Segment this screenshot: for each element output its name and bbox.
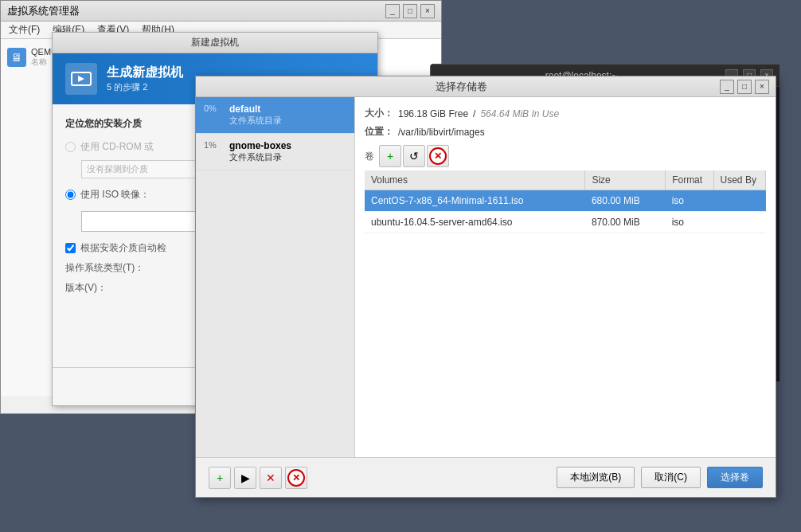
volume-size-0: 680.00 MiB	[585, 190, 666, 212]
delete-volume-button[interactable]: ✕	[427, 145, 449, 167]
maximize-button[interactable]: □	[403, 4, 417, 18]
add-volume-button[interactable]: +	[379, 145, 401, 167]
storage-content: 0% default 文件系统目录 1% gnome-boxes 文件系统目录 …	[196, 97, 776, 457]
volume-usedby-0	[713, 190, 765, 212]
storage-dialog: 选择存储卷 _ □ × 0% default 文件系统目录 1% gnome-b…	[195, 76, 776, 498]
volume-size-1: 870.00 MiB	[585, 212, 666, 233]
wizard-header-title: 生成新虚拟机	[107, 65, 183, 81]
volume-format-1: iso	[666, 212, 713, 233]
pool-name-default: default	[229, 104, 346, 115]
volume-table: Volumes Size Format Used By CentOS-7-x86…	[365, 170, 766, 233]
pool-info-gnome-boxes: gnome-boxes 文件系统目录	[229, 140, 346, 163]
vbox-controls: _ □ ×	[385, 4, 435, 18]
pool-type-gnome-boxes: 文件系统目录	[229, 151, 346, 163]
vbox-titlebar: 虚拟系统管理器 _ □ ×	[1, 1, 441, 22]
cancel-icon: ✕	[287, 469, 305, 487]
storage-titlebar: 选择存储卷 _ □ ×	[196, 76, 776, 97]
storage-maximize[interactable]: □	[737, 80, 752, 94]
size-info-row: 大小： 196.18 GiB Free / 564.64 MiB In Use	[365, 107, 766, 120]
location-info-row: 位置： /var/lib/libvirt/images	[365, 125, 766, 139]
location-label: 位置：	[365, 125, 393, 139]
volume-usedby-1	[713, 212, 765, 233]
pool-name-gnome-boxes: gnome-boxes	[229, 140, 346, 151]
choose-button[interactable]: 选择卷	[707, 467, 763, 488]
wizard-header-icon	[65, 63, 97, 95]
pool-percent-1: 1%	[204, 140, 223, 150]
wizard-header-info: 生成新虚拟机 5 的步骤 2	[107, 65, 183, 93]
footer-forward-button[interactable]: ▶	[234, 467, 256, 489]
volume-table-header: Volumes Size Format Used By	[365, 170, 766, 190]
vm-icon: 🖥	[7, 48, 26, 67]
pool-type-default: 文件系统目录	[229, 115, 346, 127]
wizard-header-step: 5 的步骤 2	[107, 81, 183, 93]
table-row[interactable]: CentOS-7-x86_64-Minimal-1611.iso 680.00 …	[365, 190, 766, 212]
storage-footer: + ▶ ✕ ✕ 本地浏览(B) 取消(C) 选择卷	[196, 457, 776, 497]
size-free: 196.18 GiB Free	[398, 108, 468, 119]
footer-delete-button[interactable]: ✕	[260, 467, 282, 489]
refresh-volume-button[interactable]: ↺	[403, 145, 425, 167]
footer-add-button[interactable]: +	[209, 467, 231, 489]
minimize-button[interactable]: _	[385, 4, 400, 18]
footer-right: 本地浏览(B) 取消(C) 选择卷	[557, 467, 763, 488]
version-label: 版本(V)：	[65, 281, 145, 295]
menu-file[interactable]: 文件(F)	[4, 22, 45, 38]
size-separator: /	[473, 108, 475, 119]
col-header-usedby: Used By	[713, 170, 765, 190]
radio-cdrom[interactable]	[65, 142, 76, 152]
col-header-size: Size	[585, 170, 666, 190]
volume-name-0: CentOS-7-x86_64-Minimal-1611.iso	[365, 190, 585, 212]
auto-detect-checkbox[interactable]	[65, 243, 76, 253]
volume-table-body: CentOS-7-x86_64-Minimal-1611.iso 680.00 …	[365, 190, 766, 233]
os-type-label: 操作系统类型(T)：	[65, 261, 145, 275]
footer-left: + ▶ ✕ ✕	[209, 467, 307, 489]
pool-list: 0% default 文件系统目录 1% gnome-boxes 文件系统目录	[196, 97, 355, 457]
storage-close[interactable]: ×	[755, 80, 769, 94]
volume-area: 大小： 196.18 GiB Free / 564.64 MiB In Use …	[355, 97, 776, 457]
volumes-label: 卷	[365, 150, 374, 163]
col-header-volumes: Volumes	[365, 170, 585, 190]
radio-iso[interactable]	[65, 190, 76, 200]
storage-controls: _ □ ×	[720, 80, 769, 94]
col-header-format: Format	[666, 170, 713, 190]
pool-item-gnome-boxes[interactable]: 1% gnome-boxes 文件系统目录	[196, 134, 354, 170]
volumes-toolbar: 卷 + ↺ ✕	[365, 145, 766, 167]
storage-title: 选择存储卷	[202, 80, 720, 94]
cancel-button[interactable]: 取消(C)	[641, 467, 701, 488]
pool-info-default: default 文件系统目录	[229, 104, 346, 127]
volume-format-0: iso	[666, 190, 713, 212]
vbox-title: 虚拟系统管理器	[7, 4, 80, 18]
delete-icon: ✕	[429, 147, 447, 165]
wizard-titlebar: 新建虚拟机	[53, 33, 377, 53]
location-value: /var/lib/libvirt/images	[398, 127, 485, 138]
pool-item-default[interactable]: 0% default 文件系统目录	[196, 97, 354, 134]
footer-cancel-small-button[interactable]: ✕	[285, 467, 307, 489]
size-label: 大小：	[365, 107, 393, 120]
browse-button[interactable]: 本地浏览(B)	[557, 467, 635, 488]
svg-marker-1	[78, 76, 84, 82]
table-row[interactable]: ubuntu-16.04.5-server-amd64.iso 870.00 M…	[365, 212, 766, 233]
volume-name-1: ubuntu-16.04.5-server-amd64.iso	[365, 212, 585, 233]
pool-percent-0: 0%	[204, 104, 223, 113]
size-used: 564.64 MiB In Use	[480, 108, 559, 119]
wizard-title: 新建虚拟机	[59, 36, 371, 49]
close-button[interactable]: ×	[420, 4, 435, 18]
storage-minimize[interactable]: _	[720, 80, 734, 94]
